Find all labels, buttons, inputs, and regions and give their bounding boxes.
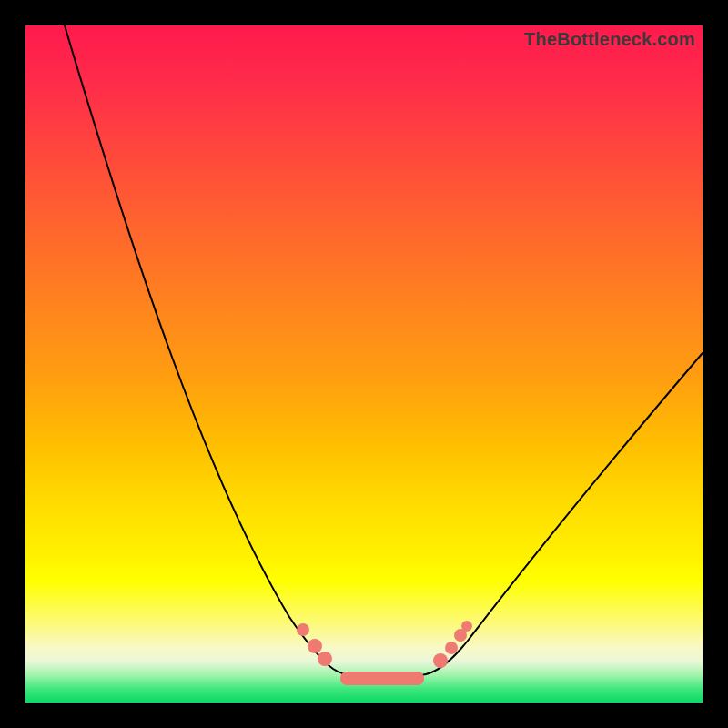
marker-dot [461,621,472,632]
marker-dot [318,652,332,666]
bottleneck-chart [25,25,703,703]
bottleneck-curve-path [62,16,703,679]
marker-dot [308,639,322,653]
marker-dot [297,623,309,636]
optimal-range-bar [340,672,424,685]
chart-plot-area: TheBottleneck.com [25,25,703,703]
marker-dot [433,653,448,668]
marker-dot [445,642,458,654]
